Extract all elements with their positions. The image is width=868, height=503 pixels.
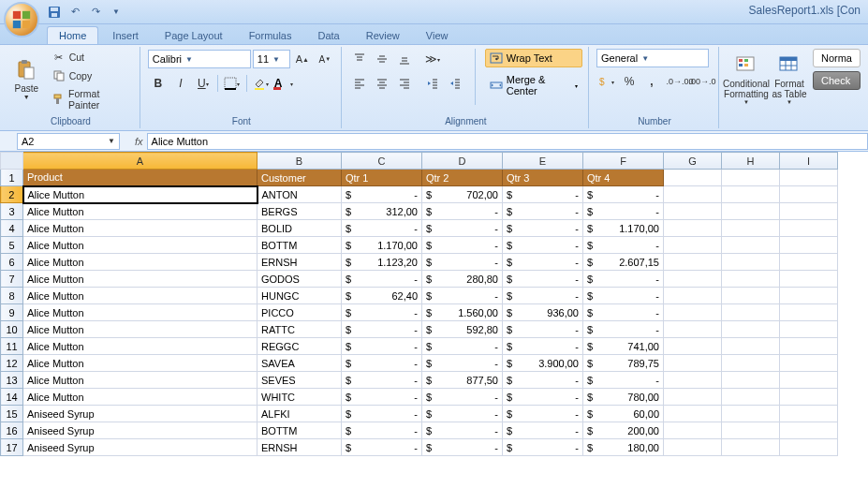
fx-icon[interactable]: fx bbox=[135, 136, 143, 147]
border-button[interactable]: ▾ bbox=[222, 73, 243, 94]
save-icon[interactable] bbox=[47, 5, 62, 20]
cell-F2[interactable]: $- bbox=[583, 186, 664, 203]
align-bottom-button[interactable] bbox=[394, 49, 415, 69]
cell-D8[interactable]: $- bbox=[422, 288, 503, 304]
cell-D4[interactable]: $- bbox=[422, 220, 503, 237]
column-header-B[interactable]: B bbox=[257, 153, 342, 170]
cell-D1[interactable]: Qtr 2 bbox=[422, 170, 503, 186]
cell-A13[interactable]: Alice Mutton bbox=[23, 372, 257, 389]
cell-E17[interactable]: $- bbox=[503, 439, 583, 456]
style-normal-button[interactable]: Norma bbox=[813, 49, 861, 67]
cell-B1[interactable]: Customer bbox=[257, 170, 342, 186]
row-header-11[interactable]: 11 bbox=[1, 338, 23, 355]
cell-C1[interactable]: Qtr 1 bbox=[342, 170, 422, 186]
row-header-6[interactable]: 6 bbox=[1, 254, 23, 271]
cell-E1[interactable]: Qtr 3 bbox=[503, 170, 583, 186]
cell-B8[interactable]: HUNGC bbox=[257, 288, 342, 304]
cell-C6[interactable]: $1.123,20 bbox=[342, 254, 422, 271]
underline-button[interactable]: U▾ bbox=[193, 73, 213, 94]
cell-I9[interactable] bbox=[780, 304, 838, 321]
select-all-corner[interactable] bbox=[1, 153, 23, 170]
cell-C11[interactable]: $- bbox=[342, 338, 422, 355]
cell-F6[interactable]: $2.607,15 bbox=[583, 254, 664, 271]
cell-F13[interactable]: $- bbox=[583, 372, 664, 389]
cell-H3[interactable] bbox=[722, 203, 780, 220]
cell-A11[interactable]: Alice Mutton bbox=[23, 338, 257, 355]
cell-G16[interactable] bbox=[664, 422, 722, 439]
cell-I3[interactable] bbox=[780, 203, 838, 220]
cell-C10[interactable]: $- bbox=[342, 321, 422, 338]
cell-H1[interactable] bbox=[722, 170, 780, 186]
row-header-3[interactable]: 3 bbox=[1, 203, 23, 220]
cell-D16[interactable]: $- bbox=[422, 422, 503, 439]
cell-G17[interactable] bbox=[664, 439, 722, 456]
cell-H8[interactable] bbox=[722, 288, 780, 304]
cell-B13[interactable]: SEVES bbox=[257, 372, 342, 389]
conditional-formatting-button[interactable]: Conditional Formatting▼ bbox=[727, 49, 766, 111]
cell-H13[interactable] bbox=[722, 372, 780, 389]
tab-page-layout[interactable]: Page Layout bbox=[153, 26, 235, 44]
grow-font-button[interactable]: A▲ bbox=[292, 49, 313, 69]
cell-E13[interactable]: $- bbox=[503, 372, 583, 389]
cell-C8[interactable]: $62,40 bbox=[342, 288, 422, 304]
cell-H5[interactable] bbox=[722, 237, 780, 254]
column-header-C[interactable]: C bbox=[342, 153, 422, 170]
shrink-font-button[interactable]: A▼ bbox=[315, 49, 335, 69]
cell-E2[interactable]: $- bbox=[503, 186, 583, 203]
column-header-A[interactable]: A bbox=[23, 153, 257, 170]
cell-A7[interactable]: Alice Mutton bbox=[23, 271, 257, 288]
cell-E12[interactable]: $3.900,00 bbox=[503, 355, 583, 372]
align-right-button[interactable] bbox=[394, 73, 415, 94]
tab-home[interactable]: Home bbox=[47, 26, 98, 44]
cell-F12[interactable]: $789,75 bbox=[583, 355, 664, 372]
cell-F5[interactable]: $- bbox=[583, 237, 664, 254]
cell-B7[interactable]: GODOS bbox=[257, 271, 342, 288]
cell-I5[interactable] bbox=[780, 237, 838, 254]
cell-D15[interactable]: $- bbox=[422, 406, 503, 422]
cell-B3[interactable]: BERGS bbox=[257, 203, 342, 220]
cell-C5[interactable]: $1.170,00 bbox=[342, 237, 422, 254]
cell-I2[interactable] bbox=[780, 186, 838, 203]
align-middle-button[interactable] bbox=[372, 49, 392, 69]
cell-G10[interactable] bbox=[664, 321, 722, 338]
cell-A6[interactable]: Alice Mutton bbox=[23, 254, 257, 271]
cell-A5[interactable]: Alice Mutton bbox=[23, 237, 257, 254]
row-header-14[interactable]: 14 bbox=[1, 389, 23, 406]
cell-F1[interactable]: Qtr 4 bbox=[583, 170, 664, 186]
cell-G7[interactable] bbox=[664, 271, 722, 288]
cell-E16[interactable]: $- bbox=[503, 422, 583, 439]
cell-G12[interactable] bbox=[664, 355, 722, 372]
cell-E5[interactable]: $- bbox=[503, 237, 583, 254]
decrease-decimal-button[interactable]: .00→.0 bbox=[692, 71, 713, 92]
column-header-F[interactable]: F bbox=[583, 153, 664, 170]
cell-A17[interactable]: Aniseed Syrup bbox=[23, 439, 257, 456]
cell-B4[interactable]: BOLID bbox=[257, 220, 342, 237]
cell-C12[interactable]: $- bbox=[342, 355, 422, 372]
cell-A15[interactable]: Aniseed Syrup bbox=[23, 406, 257, 422]
cell-C9[interactable]: $- bbox=[342, 304, 422, 321]
cell-D6[interactable]: $- bbox=[422, 254, 503, 271]
cell-C16[interactable]: $- bbox=[342, 422, 422, 439]
cell-F10[interactable]: $- bbox=[583, 321, 664, 338]
undo-icon[interactable]: ↶ bbox=[67, 5, 82, 20]
cell-G8[interactable] bbox=[664, 288, 722, 304]
cell-C3[interactable]: $312,00 bbox=[342, 203, 422, 220]
spreadsheet-grid[interactable]: ABCDEFGHI1ProductCustomerQtr 1Qtr 2Qtr 3… bbox=[0, 152, 868, 456]
cell-E8[interactable]: $- bbox=[503, 288, 583, 304]
cell-H14[interactable] bbox=[722, 389, 780, 406]
row-header-10[interactable]: 10 bbox=[1, 321, 23, 338]
office-button[interactable] bbox=[4, 2, 39, 37]
cell-E6[interactable]: $- bbox=[503, 254, 583, 271]
cell-E15[interactable]: $- bbox=[503, 406, 583, 422]
cell-H17[interactable] bbox=[722, 439, 780, 456]
cell-H10[interactable] bbox=[722, 321, 780, 338]
cell-I15[interactable] bbox=[780, 406, 838, 422]
cell-G1[interactable] bbox=[664, 170, 722, 186]
comma-button[interactable]: , bbox=[641, 71, 662, 92]
row-header-16[interactable]: 16 bbox=[1, 422, 23, 439]
cell-B15[interactable]: ALFKI bbox=[257, 406, 342, 422]
row-header-4[interactable]: 4 bbox=[1, 220, 23, 237]
wrap-text-button[interactable]: Wrap Text bbox=[485, 49, 582, 67]
cell-D14[interactable]: $- bbox=[422, 389, 503, 406]
cell-B10[interactable]: RATTC bbox=[257, 321, 342, 338]
